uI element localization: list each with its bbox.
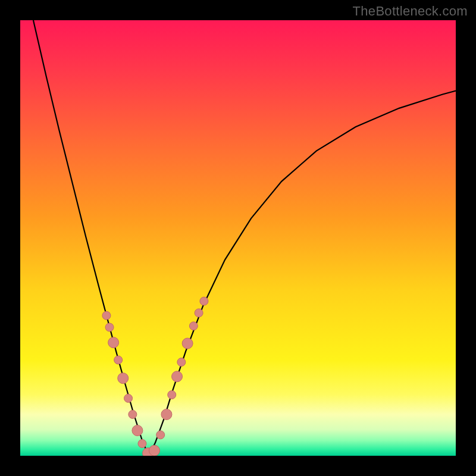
marker-dot — [114, 356, 123, 364]
marker-dot — [172, 371, 183, 382]
marker-dot — [168, 391, 176, 399]
curve-markers — [102, 297, 208, 456]
marker-dot — [200, 297, 208, 305]
watermark-text: TheBottleneck.com — [353, 4, 468, 19]
marker-dot — [124, 394, 133, 402]
plot-area — [20, 20, 456, 456]
marker-dot — [102, 311, 111, 320]
marker-dot — [138, 440, 146, 448]
marker-dot — [108, 337, 119, 348]
marker-dot — [156, 431, 165, 439]
marker-dot — [129, 410, 137, 418]
marker-dot — [132, 425, 143, 436]
marker-dot — [118, 373, 129, 384]
marker-dot — [161, 409, 172, 419]
marker-dot — [195, 309, 203, 317]
bottleneck-curve — [33, 20, 456, 456]
marker-dot — [177, 358, 186, 367]
marker-dot — [189, 322, 198, 330]
marker-dot — [149, 445, 159, 456]
curve-layer — [20, 20, 456, 456]
marker-dot — [105, 323, 114, 331]
marker-dot — [182, 338, 193, 349]
chart-frame: TheBottleneck.com — [0, 0, 476, 476]
